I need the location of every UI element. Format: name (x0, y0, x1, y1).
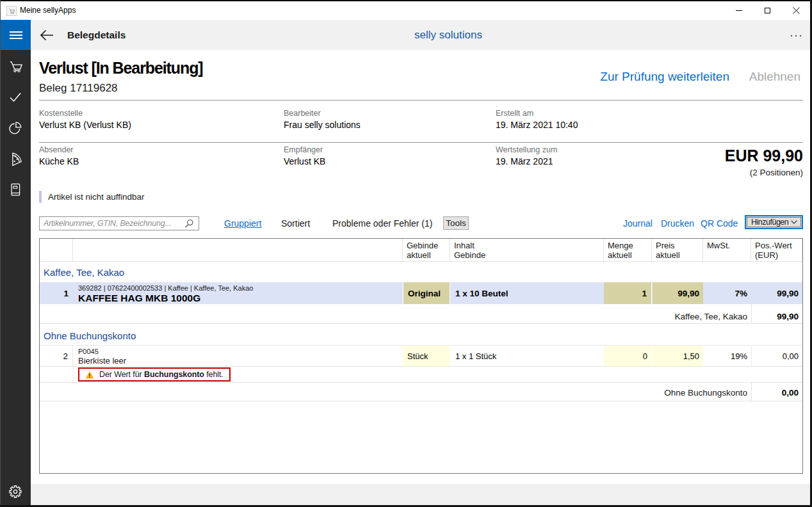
header-menge[interactable]: Menge aktuell (604, 239, 652, 261)
warning-text: Der Wert für Buchungskonto fehlt. (99, 370, 223, 379)
ellipsis-dot (800, 35, 802, 37)
field-label: Bearbeiter (284, 109, 361, 118)
group-title[interactable]: Kaffee, Tee, Kakao (44, 267, 124, 278)
add-button[interactable]: Hinzufügen (745, 215, 803, 229)
problems-link[interactable]: Probleme oder Fehler (1) (332, 218, 432, 229)
journal-link[interactable]: Journal (623, 218, 653, 229)
note-indicator-bar (39, 191, 42, 203)
table-header-row: Gebinde aktuell Inhalt Gebinde Menge akt… (40, 239, 802, 262)
pie-chart-icon (7, 120, 24, 136)
forward-link[interactable]: Zur Prüfung weiterleiten (600, 70, 729, 84)
field-erstellt-am: Erstellt am 19. März 2021 10:40 (496, 109, 578, 131)
menu-button[interactable] (0, 20, 31, 50)
close-button[interactable] (782, 1, 811, 20)
field-empfaenger: Empfänger Verlust KB (284, 145, 325, 167)
header-inhalt[interactable]: Inhalt Gebinde (450, 239, 604, 261)
wert-cell: 99,90 (751, 282, 802, 304)
more-button[interactable] (788, 30, 804, 42)
window-border (0, 0, 1, 507)
reject-link[interactable]: Ablehnen (749, 70, 800, 84)
menge-cell[interactable]: 1 (604, 282, 652, 304)
article-meta: P0045 (78, 348, 126, 355)
book-icon (7, 181, 24, 198)
search-icon[interactable] (184, 219, 194, 229)
field-value: Frau selly solutions (284, 120, 361, 131)
brand-title: selly solutions (414, 20, 482, 50)
header-preis[interactable]: Preis aktuell (652, 239, 703, 261)
sorted-link[interactable]: Sortiert (281, 218, 310, 229)
sidebar-item-tasks[interactable] (0, 82, 31, 113)
field-absender: Absender Küche KB (39, 145, 79, 167)
preis-cell[interactable]: 99,90 (653, 282, 703, 304)
print-link[interactable]: Drucken (661, 218, 694, 229)
gebinde-cell[interactable]: Stück (403, 346, 450, 366)
divider (39, 142, 803, 143)
table-row[interactable]: 2 P0045 Bierkiste leer Stück 1 x 1 Stück… (40, 345, 802, 367)
qr-code-link[interactable]: QR Code (701, 218, 738, 229)
field-kostenstelle: Kostenstelle Verlust KB (Verlust KB) (39, 109, 131, 131)
mwst-cell: 19% (703, 346, 751, 366)
header-wert[interactable]: Pos.-Wert (EUR) (751, 239, 802, 261)
menge-cell[interactable]: 0 (604, 346, 652, 366)
inhalt-cell: 1 x 1 Stück (455, 346, 496, 366)
back-button[interactable] (38, 28, 55, 43)
settings-gear-icon (7, 483, 24, 500)
total-amount: EUR 99,90 (725, 147, 803, 165)
window-title: Meine sellyApps (20, 1, 76, 20)
document-title: Verlust [In Bearbeitung] (39, 59, 203, 77)
hamburger-icon (10, 31, 22, 33)
article-name: KAFFEE HAG MKB 1000G (78, 293, 253, 303)
sidebar-item-catalog[interactable] (0, 174, 31, 205)
document-number: Beleg 17119628 (39, 82, 118, 95)
search-input[interactable] (40, 217, 184, 230)
titlebar: Meine sellyApps (1, 1, 810, 20)
preis-cell[interactable]: 1,50 (653, 346, 703, 366)
field-label: Kostenstelle (39, 109, 131, 118)
article-cell: 369282 | 07622400002533 | Kaffee | Kaffe… (78, 282, 253, 304)
sidebar-item-shop[interactable] (0, 51, 31, 82)
subtotal-value: 99,90 (751, 304, 802, 323)
hamburger-bar (10, 38, 22, 39)
table-row-selected[interactable]: 1 369282 | 07622400002533 | Kaffee | Kaf… (40, 282, 802, 304)
header-mwst[interactable]: MwSt. (703, 239, 751, 261)
tools-button[interactable]: Tools (443, 216, 469, 230)
group-subtotal-row: Ohne Buchungskonto 0,00 (40, 383, 802, 401)
close-icon (793, 7, 800, 14)
field-label: Empfänger (284, 145, 325, 154)
column-separator (73, 367, 74, 382)
header-gebinde[interactable]: Gebinde aktuell (403, 239, 450, 261)
sidebar-item-food[interactable] (0, 143, 31, 174)
row-number: 1 (40, 282, 73, 304)
inhalt-cell: 1 x 10 Beutel (455, 282, 508, 304)
field-value: Küche KB (39, 156, 79, 167)
total-positions: (2 Positionen) (750, 168, 803, 177)
field-bearbeiter: Bearbeiter Frau selly solutions (284, 109, 361, 131)
checkmark-icon (7, 89, 24, 106)
divider (39, 100, 803, 101)
field-label: Wertstellung zum (496, 145, 557, 154)
grouped-link[interactable]: Gruppiert (224, 218, 261, 229)
group-subtotal-row: Kaffee, Tee, Kakao 99,90 (40, 304, 802, 324)
ellipsis-dot (795, 35, 797, 37)
group-title[interactable]: Ohne Buchungskonto (44, 330, 136, 341)
note-row: Artikel ist nicht auffindbar (39, 191, 145, 203)
field-value: 19. März 2021 (496, 156, 557, 167)
maximize-icon (764, 7, 771, 14)
field-value: 19. März 2021 10:40 (496, 120, 578, 131)
article-name: Bierkiste leer (78, 357, 126, 365)
warning-triangle-icon (85, 371, 94, 379)
sidebar (0, 50, 31, 505)
mwst-cell: 7% (703, 282, 751, 304)
minimize-icon (735, 7, 742, 14)
sidebar-item-reports[interactable] (0, 113, 31, 143)
window-border (0, 0, 812, 1)
gebinde-cell[interactable]: Original (403, 282, 450, 304)
maximize-button[interactable] (753, 1, 782, 20)
minimize-button[interactable] (724, 1, 753, 20)
sidebar-item-settings[interactable] (0, 476, 31, 507)
wert-cell: 0,00 (751, 346, 802, 366)
search-box (39, 216, 199, 230)
article-cell: P0045 Bierkiste leer (78, 346, 126, 366)
warning-row: Der Wert für Buchungskonto fehlt. (40, 367, 802, 383)
row-number: 2 (40, 346, 73, 366)
